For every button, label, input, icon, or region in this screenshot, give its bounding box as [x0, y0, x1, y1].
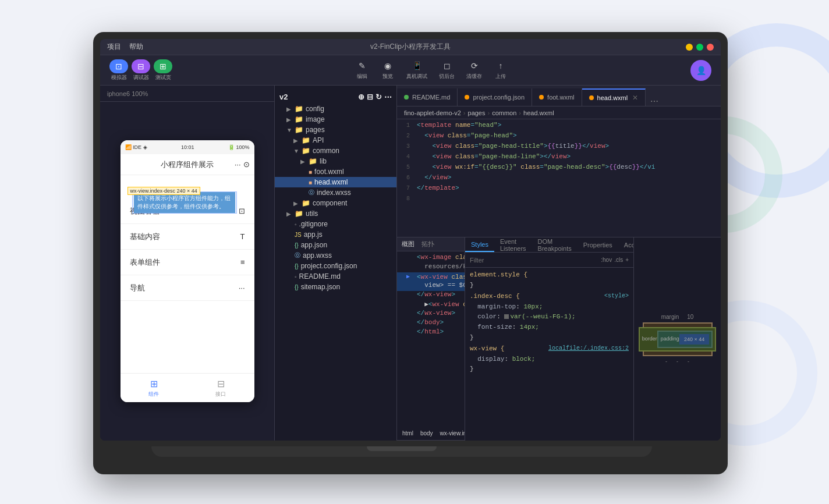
bottom-line-5: </wx-view>	[397, 291, 465, 300]
filter-hover[interactable]: :hov	[601, 257, 612, 263]
styles-tab-props[interactable]: Properties	[578, 237, 618, 252]
tab-projectconfig[interactable]: project.config.json	[458, 88, 532, 106]
phone-menu-item-4[interactable]: 导航 ···	[121, 275, 254, 301]
debugger-button[interactable]: ⊟ 调试器	[132, 59, 150, 81]
tree-label-common: common	[313, 147, 339, 155]
tree-item-lib[interactable]: ▶ 📁 lib	[275, 156, 396, 166]
edit-action[interactable]: ✎ 编辑	[355, 60, 369, 80]
menu-item-project[interactable]: 项目	[107, 42, 121, 52]
box-outer: border padding 240 × 44	[643, 322, 713, 356]
tree-icon-4[interactable]: ⋯	[384, 93, 392, 101]
tree-item-readme[interactable]: ▶ ◦ README.md	[275, 271, 396, 282]
tree-item-foot-wxml[interactable]: ▶ ■ foot.wxml	[275, 166, 396, 177]
tab-label-projectconfig: project.config.json	[473, 94, 525, 101]
line-content-4: <view class="page-head-line"></view>	[414, 153, 721, 160]
tree-arrow-utils: ▶	[286, 211, 292, 217]
phone-tab-api[interactable]: ⊟ 接口	[215, 378, 226, 398]
tree-item-api[interactable]: ▶ 📁 API	[275, 135, 396, 145]
background-action[interactable]: ◻ 切后台	[439, 60, 455, 80]
tab-more[interactable]: ⋯	[646, 97, 663, 106]
style-style-tag: <style>	[604, 292, 629, 301]
upload-action[interactable]: ↑ 上传	[494, 60, 508, 80]
simulator-screen: 📶 IDE ◈ 10:01 🔋 100% 小程序组件展示 ··· ⊙	[100, 102, 274, 441]
tree-item-projectjson[interactable]: ▶ {} project.config.json	[275, 261, 396, 271]
user-avatar[interactable]: 👤	[690, 60, 711, 81]
phone-tab-component[interactable]: ⊞ 组件	[148, 378, 160, 398]
tree-item-head-wxml[interactable]: ▶ ■ head.wxml	[275, 177, 396, 187]
simulator-button[interactable]: ⊡ 模拟器	[109, 59, 128, 81]
folder-icon-image: 📁	[295, 115, 303, 123]
elem-tag-html[interactable]: html	[399, 429, 416, 438]
maximize-button[interactable]	[696, 44, 703, 51]
tree-item-component[interactable]: ▶ 📁 component	[275, 198, 396, 208]
tab-footwxml[interactable]: foot.wxml	[532, 88, 582, 106]
folder-icon-utils: 📁	[295, 210, 303, 218]
line-content-7: </template>	[414, 184, 721, 191]
tree-item-appjson[interactable]: ▶ {} app.json	[275, 240, 396, 250]
bottom-line-content-4: view> == $0	[414, 282, 465, 291]
tree-item-utils[interactable]: ▶ 📁 utils	[275, 208, 396, 219]
tab-close-headwxml[interactable]: ✕	[632, 94, 638, 102]
background-icon: ◻	[440, 60, 454, 72]
devtools-tab-console[interactable]: 拓扑	[421, 240, 434, 249]
style-link-wxview[interactable]: localfile:/.index.css:2	[548, 344, 629, 353]
styles-tab-a11y[interactable]: Accessibility	[618, 237, 633, 252]
styles-tab-styles[interactable]: Styles	[465, 237, 494, 252]
bottom-line-num-4	[397, 282, 414, 291]
tree-label-index-wxss: index.wxss	[317, 189, 351, 197]
filter-input[interactable]	[470, 257, 596, 264]
tree-item-gitignore[interactable]: ▶ ◦ .gitignore	[275, 219, 396, 229]
line-content-3: <view class="page-head-title">{{title}}<…	[414, 143, 721, 150]
styles-filter: :hov .cls +	[465, 253, 633, 268]
phone-home-icon[interactable]: ⊙	[243, 160, 250, 169]
testpage-button[interactable]: ⊞ 测试页	[154, 59, 172, 81]
tree-item-config[interactable]: ▶ 📁 config	[275, 104, 396, 114]
close-button[interactable]	[707, 44, 714, 51]
tree-icon-3[interactable]: ↻	[375, 93, 382, 101]
tab-readme[interactable]: README.md	[397, 88, 458, 106]
file-icon-appjs: JS	[295, 232, 302, 238]
tree-icon-1[interactable]: ⊕	[358, 93, 364, 101]
tree-item-appjs[interactable]: ▶ JS app.js	[275, 229, 396, 240]
tree-item-common[interactable]: ▼ 📁 common	[275, 145, 396, 156]
element-tabs-row: html body wx-view.index wx-view.index-hd…	[397, 427, 465, 441]
tree-item-image[interactable]: ▶ 📁 image	[275, 114, 396, 125]
preview-icon: ◉	[381, 60, 395, 72]
device-debug-action[interactable]: 📱 真机调试	[406, 60, 427, 80]
elem-tag-body[interactable]: body	[417, 429, 436, 438]
code-view[interactable]: 1 <template name="head"> 2 <view class="…	[397, 119, 721, 237]
phone-menu-item-2[interactable]: 基础内容 T	[121, 224, 254, 250]
bottom-line-content-1: <wx-image class="index-logo" src="../res…	[414, 254, 465, 263]
devtools-tab-elements[interactable]: 概图	[402, 240, 414, 249]
tree-item-appwxss[interactable]: ▶ ⓪ app.wxss	[275, 250, 396, 261]
styles-tab-events[interactable]: Event Listeners	[494, 237, 532, 252]
phone-tab-component-label: 组件	[148, 391, 159, 398]
tree-item-pages[interactable]: ▼ 📁 pages	[275, 125, 396, 135]
tree-arrow-component: ▶	[293, 200, 299, 207]
preview-action[interactable]: ◉ 预览	[381, 60, 395, 80]
code-line-2: 2 <view class="page-head">	[397, 132, 721, 143]
phone-menu-item-3[interactable]: 表单组件 ≡	[121, 250, 254, 275]
menu-item-help[interactable]: 帮助	[129, 42, 143, 52]
bottom-line-num-8	[397, 319, 414, 328]
testpage-label: 测试页	[155, 74, 171, 81]
style-val-margin: 10px;	[523, 303, 543, 310]
tree-icon-2[interactable]: ⊟	[367, 93, 373, 101]
laptop-bottom	[151, 446, 652, 457]
styles-tab-dom[interactable]: DOM Breakpoints	[532, 237, 578, 252]
breadcrumb: fino-applet-demo-v2 › pages › common › h…	[397, 107, 721, 119]
style-closing-wxview: }	[470, 365, 474, 372]
box-bottom-row: - - -	[665, 359, 689, 364]
bottom-code-view[interactable]: <wx-image class="index-logo" src="../res…	[397, 251, 465, 427]
phone-more-icon[interactable]: ···	[235, 160, 241, 169]
minimize-button[interactable]	[686, 44, 693, 51]
tree-item-sitemapjson[interactable]: ▶ {} sitemap.json	[275, 282, 396, 292]
filter-cls[interactable]: .cls	[614, 257, 623, 263]
clear-cache-action[interactable]: ⟳ 清缓存	[466, 60, 482, 80]
elem-tag-wxview-index[interactable]: wx-view.index	[437, 429, 465, 438]
tab-headwxml[interactable]: head.wxml ✕	[582, 88, 646, 106]
tree-item-index-wxss[interactable]: ▶ ⓪ index.wxss	[275, 187, 396, 198]
bottom-line-content-5: </wx-view>	[414, 291, 465, 300]
filter-plus[interactable]: +	[625, 257, 629, 263]
toolbar-right: 👤	[690, 60, 711, 81]
